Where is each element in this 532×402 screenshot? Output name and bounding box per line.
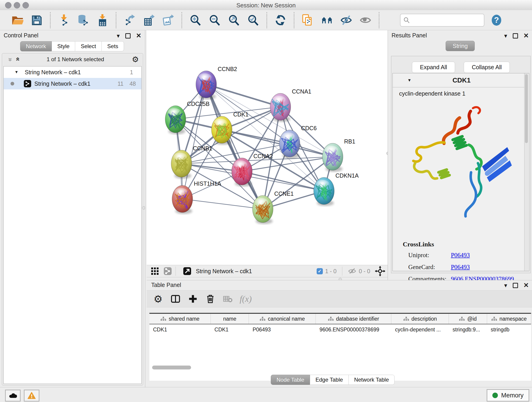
- expand-all-networks-icon[interactable]: »: [13, 58, 21, 61]
- table-settings-gear-icon[interactable]: ⚙: [152, 293, 164, 305]
- export-network-icon[interactable]: [123, 14, 136, 27]
- table-row[interactable]: CDK1CDK1P064939606.ENSP00000378699cyclin…: [149, 324, 531, 335]
- show-columns-icon[interactable]: [170, 293, 181, 305]
- table-cell[interactable]: 9606.ENSP00000378699: [316, 324, 391, 335]
- show-all-icon[interactable]: [359, 14, 372, 27]
- table-cell[interactable]: CDK1: [211, 324, 249, 335]
- cloud-button[interactable]: [5, 390, 21, 402]
- network-graph[interactable]: CCNB2CCNA1CDC25BCDK1CDC6RB1CCNB1CCNA2CDK…: [147, 30, 388, 265]
- protein-header[interactable]: ▼ CDK1: [393, 73, 525, 87]
- zoom-fit-icon[interactable]: [228, 14, 240, 27]
- graph-node-RB1[interactable]: RB1: [322, 138, 355, 172]
- crosslink-row: Uniprot:P06493: [403, 252, 514, 259]
- copy-network-icon[interactable]: [301, 14, 314, 27]
- column-header-canonical-name[interactable]: canonical name: [249, 314, 316, 324]
- crosslink-row: GeneCard:P06493: [403, 264, 514, 271]
- tab-network-table[interactable]: Network Table: [349, 375, 395, 385]
- maximize-panel-icon[interactable]: [125, 33, 131, 38]
- warnings-button[interactable]: [24, 390, 39, 402]
- crosslink-link[interactable]: P06493: [451, 264, 470, 271]
- float-panel-icon[interactable]: ▾: [504, 282, 507, 288]
- tab-node-table[interactable]: Node Table: [271, 375, 310, 385]
- collapse-all-button[interactable]: Collapse All: [464, 62, 510, 73]
- open-session-icon[interactable]: [11, 14, 24, 27]
- tab-sets[interactable]: Sets: [102, 41, 124, 51]
- table-cell[interactable]: stringdb:9...: [449, 324, 487, 335]
- save-session-icon[interactable]: [30, 14, 43, 27]
- graph-node-CCNB1[interactable]: CCNB1: [171, 145, 212, 179]
- hide-selected-icon[interactable]: [340, 14, 353, 27]
- node-label-CDC25B: CDC25B: [187, 101, 210, 107]
- tab-select[interactable]: Select: [75, 41, 102, 51]
- tab-style[interactable]: Style: [52, 41, 75, 51]
- node-label-CCNA2: CCNA2: [253, 153, 273, 159]
- zoom-selected-icon[interactable]: [247, 14, 260, 27]
- graph-node-CDKN1A[interactable]: CDKN1A: [314, 172, 359, 206]
- network-share-icon[interactable]: [163, 267, 172, 276]
- close-panel-icon[interactable]: ✕: [524, 32, 529, 39]
- network-canvas[interactable]: CCNB2CCNA1CDC25BCDK1CDC6RB1CCNB1CCNA2CDK…: [147, 30, 388, 265]
- collection-expander-icon[interactable]: ▼: [14, 70, 19, 75]
- node-label-HIST1H1A: HIST1H1A: [194, 180, 221, 187]
- import-table-icon[interactable]: [96, 14, 109, 27]
- expand-all-button[interactable]: Expand All: [412, 62, 455, 73]
- splitter-handle[interactable]: [142, 206, 145, 210]
- export-image-icon[interactable]: [162, 14, 175, 27]
- memory-button[interactable]: Memory: [487, 389, 529, 402]
- protein-expander-icon[interactable]: ▼: [407, 78, 412, 83]
- float-panel-icon[interactable]: ▾: [117, 33, 120, 39]
- network-options-gear-icon[interactable]: ⚙: [132, 55, 139, 64]
- goto-network-icon[interactable]: [183, 267, 192, 276]
- tab-network[interactable]: Network: [20, 41, 52, 51]
- export-table-icon[interactable]: [143, 14, 155, 27]
- add-column-icon[interactable]: [187, 293, 199, 305]
- network-row[interactable]: String Network – cdk1 11 48: [4, 78, 141, 89]
- maximize-panel-icon[interactable]: [513, 283, 518, 288]
- main-toolbar: ?: [0, 10, 532, 30]
- delete-table-icon[interactable]: [222, 293, 234, 305]
- search-input[interactable]: [412, 17, 484, 24]
- search-box[interactable]: [400, 14, 484, 27]
- column-header-name[interactable]: name: [211, 314, 249, 324]
- graph-node-CCNA2[interactable]: CCNA2: [232, 153, 273, 186]
- first-neighbors-icon[interactable]: [321, 14, 333, 27]
- protein-name: CDK1: [412, 77, 512, 84]
- tab-string[interactable]: String: [446, 41, 475, 51]
- column-header-description[interactable]: description: [391, 314, 449, 324]
- column-header-namespace[interactable]: namespace: [487, 314, 531, 324]
- column-header-shared-name[interactable]: shared name: [149, 314, 211, 324]
- import-database-icon[interactable]: [77, 14, 89, 27]
- table-cell[interactable]: stringdb: [487, 324, 531, 335]
- results-scrollbar-thumb[interactable]: [525, 74, 528, 143]
- fit-content-crosshair-icon[interactable]: [375, 266, 385, 276]
- float-panel-icon[interactable]: ▾: [504, 33, 507, 39]
- table-cell[interactable]: CDK1: [149, 324, 211, 335]
- zoom-in-icon[interactable]: [189, 14, 202, 27]
- network-collection-row[interactable]: ▼ String Network – cdk1 1: [4, 66, 141, 78]
- table-cell[interactable]: cyclin-dependent ...: [391, 324, 449, 335]
- zoom-out-icon[interactable]: [208, 14, 221, 27]
- crosslink-link[interactable]: P06493: [451, 252, 470, 259]
- column-header--id[interactable]: @id: [449, 314, 487, 324]
- help-icon[interactable]: ?: [491, 14, 502, 26]
- results-scrollbar[interactable]: [524, 73, 528, 271]
- control-panel-tabs: NetworkStyleSelectSets: [20, 41, 124, 51]
- tab-edge-table[interactable]: Edge Table: [310, 375, 349, 385]
- graph-node-CCNB2[interactable]: CCNB2: [196, 66, 237, 99]
- maximize-panel-icon[interactable]: [513, 33, 518, 38]
- selected-checkbox-icon[interactable]: ✓: [317, 268, 323, 274]
- graph-node-CCNE1[interactable]: CCNE1: [253, 191, 294, 224]
- table-hscrollbar[interactable]: [152, 366, 191, 370]
- table-cell[interactable]: P06493: [249, 324, 316, 335]
- grid-view-icon[interactable]: [150, 267, 159, 276]
- import-network-icon[interactable]: [57, 14, 70, 27]
- close-panel-icon[interactable]: ✕: [524, 282, 529, 288]
- graph-node-HIST1H1A[interactable]: HIST1H1A: [172, 180, 221, 214]
- delete-column-icon[interactable]: [204, 293, 216, 305]
- graph-node-CDC6[interactable]: CDC6: [279, 125, 317, 159]
- column-header-database-identifier[interactable]: database identifier: [316, 314, 391, 324]
- refresh-icon[interactable]: [274, 14, 287, 27]
- function-builder-icon[interactable]: f(x): [240, 294, 252, 304]
- close-panel-icon[interactable]: ✕: [136, 32, 141, 39]
- table-panel-window-buttons: ▾ ✕: [504, 282, 529, 288]
